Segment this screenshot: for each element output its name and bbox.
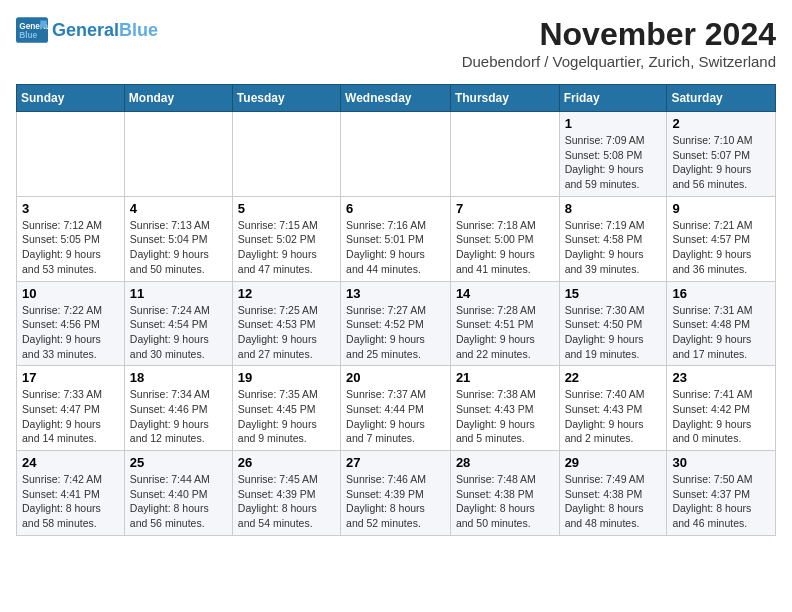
calendar-cell: 12Sunrise: 7:25 AM Sunset: 4:53 PM Dayli…	[232, 281, 340, 366]
day-number: 25	[130, 455, 227, 470]
day-info: Sunrise: 7:25 AM Sunset: 4:53 PM Dayligh…	[238, 303, 335, 362]
calendar-cell: 5Sunrise: 7:15 AM Sunset: 5:02 PM Daylig…	[232, 196, 340, 281]
day-number: 18	[130, 370, 227, 385]
calendar-cell	[341, 112, 451, 197]
day-info: Sunrise: 7:50 AM Sunset: 4:37 PM Dayligh…	[672, 472, 770, 531]
day-number: 26	[238, 455, 335, 470]
day-info: Sunrise: 7:18 AM Sunset: 5:00 PM Dayligh…	[456, 218, 554, 277]
day-info: Sunrise: 7:46 AM Sunset: 4:39 PM Dayligh…	[346, 472, 445, 531]
day-number: 11	[130, 286, 227, 301]
day-info: Sunrise: 7:09 AM Sunset: 5:08 PM Dayligh…	[565, 133, 662, 192]
location-title: Duebendorf / Vogelquartier, Zurich, Swit…	[462, 53, 776, 70]
generalblue-icon: General Blue	[16, 16, 48, 44]
day-info: Sunrise: 7:30 AM Sunset: 4:50 PM Dayligh…	[565, 303, 662, 362]
calendar-cell: 20Sunrise: 7:37 AM Sunset: 4:44 PM Dayli…	[341, 366, 451, 451]
day-number: 14	[456, 286, 554, 301]
calendar-header-thursday: Thursday	[450, 85, 559, 112]
calendar-header-monday: Monday	[124, 85, 232, 112]
calendar-week-row: 10Sunrise: 7:22 AM Sunset: 4:56 PM Dayli…	[17, 281, 776, 366]
calendar-body: 1Sunrise: 7:09 AM Sunset: 5:08 PM Daylig…	[17, 112, 776, 536]
calendar-cell: 29Sunrise: 7:49 AM Sunset: 4:38 PM Dayli…	[559, 451, 667, 536]
calendar-week-row: 17Sunrise: 7:33 AM Sunset: 4:47 PM Dayli…	[17, 366, 776, 451]
calendar-header-wednesday: Wednesday	[341, 85, 451, 112]
calendar-cell	[450, 112, 559, 197]
calendar-cell: 11Sunrise: 7:24 AM Sunset: 4:54 PM Dayli…	[124, 281, 232, 366]
calendar-week-row: 3Sunrise: 7:12 AM Sunset: 5:05 PM Daylig…	[17, 196, 776, 281]
day-info: Sunrise: 7:24 AM Sunset: 4:54 PM Dayligh…	[130, 303, 227, 362]
calendar-cell: 16Sunrise: 7:31 AM Sunset: 4:48 PM Dayli…	[667, 281, 776, 366]
calendar-header-row: SundayMondayTuesdayWednesdayThursdayFrid…	[17, 85, 776, 112]
calendar-cell: 27Sunrise: 7:46 AM Sunset: 4:39 PM Dayli…	[341, 451, 451, 536]
day-info: Sunrise: 7:21 AM Sunset: 4:57 PM Dayligh…	[672, 218, 770, 277]
day-number: 9	[672, 201, 770, 216]
day-info: Sunrise: 7:19 AM Sunset: 4:58 PM Dayligh…	[565, 218, 662, 277]
calendar-cell: 28Sunrise: 7:48 AM Sunset: 4:38 PM Dayli…	[450, 451, 559, 536]
calendar-header-sunday: Sunday	[17, 85, 125, 112]
day-info: Sunrise: 7:37 AM Sunset: 4:44 PM Dayligh…	[346, 387, 445, 446]
calendar-cell: 22Sunrise: 7:40 AM Sunset: 4:43 PM Dayli…	[559, 366, 667, 451]
calendar-header-saturday: Saturday	[667, 85, 776, 112]
day-info: Sunrise: 7:44 AM Sunset: 4:40 PM Dayligh…	[130, 472, 227, 531]
calendar-week-row: 24Sunrise: 7:42 AM Sunset: 4:41 PM Dayli…	[17, 451, 776, 536]
day-number: 15	[565, 286, 662, 301]
day-number: 22	[565, 370, 662, 385]
day-info: Sunrise: 7:34 AM Sunset: 4:46 PM Dayligh…	[130, 387, 227, 446]
calendar-week-row: 1Sunrise: 7:09 AM Sunset: 5:08 PM Daylig…	[17, 112, 776, 197]
day-info: Sunrise: 7:38 AM Sunset: 4:43 PM Dayligh…	[456, 387, 554, 446]
day-number: 4	[130, 201, 227, 216]
calendar-cell: 7Sunrise: 7:18 AM Sunset: 5:00 PM Daylig…	[450, 196, 559, 281]
calendar-cell: 25Sunrise: 7:44 AM Sunset: 4:40 PM Dayli…	[124, 451, 232, 536]
day-number: 29	[565, 455, 662, 470]
day-number: 24	[22, 455, 119, 470]
calendar-cell	[124, 112, 232, 197]
day-number: 8	[565, 201, 662, 216]
day-info: Sunrise: 7:31 AM Sunset: 4:48 PM Dayligh…	[672, 303, 770, 362]
day-info: Sunrise: 7:27 AM Sunset: 4:52 PM Dayligh…	[346, 303, 445, 362]
calendar-cell: 19Sunrise: 7:35 AM Sunset: 4:45 PM Dayli…	[232, 366, 340, 451]
day-info: Sunrise: 7:45 AM Sunset: 4:39 PM Dayligh…	[238, 472, 335, 531]
day-info: Sunrise: 7:33 AM Sunset: 4:47 PM Dayligh…	[22, 387, 119, 446]
day-info: Sunrise: 7:22 AM Sunset: 4:56 PM Dayligh…	[22, 303, 119, 362]
calendar-cell: 3Sunrise: 7:12 AM Sunset: 5:05 PM Daylig…	[17, 196, 125, 281]
calendar-cell: 10Sunrise: 7:22 AM Sunset: 4:56 PM Dayli…	[17, 281, 125, 366]
day-number: 21	[456, 370, 554, 385]
day-number: 12	[238, 286, 335, 301]
day-number: 1	[565, 116, 662, 131]
calendar-cell: 13Sunrise: 7:27 AM Sunset: 4:52 PM Dayli…	[341, 281, 451, 366]
title-section: November 2024 Duebendorf / Vogelquartier…	[462, 16, 776, 78]
calendar-cell: 4Sunrise: 7:13 AM Sunset: 5:04 PM Daylig…	[124, 196, 232, 281]
calendar-cell: 9Sunrise: 7:21 AM Sunset: 4:57 PM Daylig…	[667, 196, 776, 281]
day-number: 27	[346, 455, 445, 470]
day-info: Sunrise: 7:12 AM Sunset: 5:05 PM Dayligh…	[22, 218, 119, 277]
day-number: 28	[456, 455, 554, 470]
day-number: 19	[238, 370, 335, 385]
day-info: Sunrise: 7:40 AM Sunset: 4:43 PM Dayligh…	[565, 387, 662, 446]
day-number: 13	[346, 286, 445, 301]
calendar-cell: 6Sunrise: 7:16 AM Sunset: 5:01 PM Daylig…	[341, 196, 451, 281]
day-info: Sunrise: 7:15 AM Sunset: 5:02 PM Dayligh…	[238, 218, 335, 277]
calendar-table: SundayMondayTuesdayWednesdayThursdayFrid…	[16, 84, 776, 536]
calendar-cell: 24Sunrise: 7:42 AM Sunset: 4:41 PM Dayli…	[17, 451, 125, 536]
day-number: 16	[672, 286, 770, 301]
day-info: Sunrise: 7:16 AM Sunset: 5:01 PM Dayligh…	[346, 218, 445, 277]
calendar-cell: 23Sunrise: 7:41 AM Sunset: 4:42 PM Dayli…	[667, 366, 776, 451]
calendar-cell	[17, 112, 125, 197]
calendar-cell: 26Sunrise: 7:45 AM Sunset: 4:39 PM Dayli…	[232, 451, 340, 536]
day-info: Sunrise: 7:13 AM Sunset: 5:04 PM Dayligh…	[130, 218, 227, 277]
calendar-cell: 14Sunrise: 7:28 AM Sunset: 4:51 PM Dayli…	[450, 281, 559, 366]
calendar-cell	[232, 112, 340, 197]
calendar-cell: 1Sunrise: 7:09 AM Sunset: 5:08 PM Daylig…	[559, 112, 667, 197]
calendar-cell: 30Sunrise: 7:50 AM Sunset: 4:37 PM Dayli…	[667, 451, 776, 536]
day-number: 30	[672, 455, 770, 470]
day-number: 17	[22, 370, 119, 385]
calendar-cell: 8Sunrise: 7:19 AM Sunset: 4:58 PM Daylig…	[559, 196, 667, 281]
day-number: 7	[456, 201, 554, 216]
svg-text:Blue: Blue	[19, 30, 37, 40]
day-number: 10	[22, 286, 119, 301]
day-info: Sunrise: 7:48 AM Sunset: 4:38 PM Dayligh…	[456, 472, 554, 531]
calendar-cell: 17Sunrise: 7:33 AM Sunset: 4:47 PM Dayli…	[17, 366, 125, 451]
day-info: Sunrise: 7:28 AM Sunset: 4:51 PM Dayligh…	[456, 303, 554, 362]
day-number: 5	[238, 201, 335, 216]
calendar-cell: 2Sunrise: 7:10 AM Sunset: 5:07 PM Daylig…	[667, 112, 776, 197]
calendar-cell: 18Sunrise: 7:34 AM Sunset: 4:46 PM Dayli…	[124, 366, 232, 451]
